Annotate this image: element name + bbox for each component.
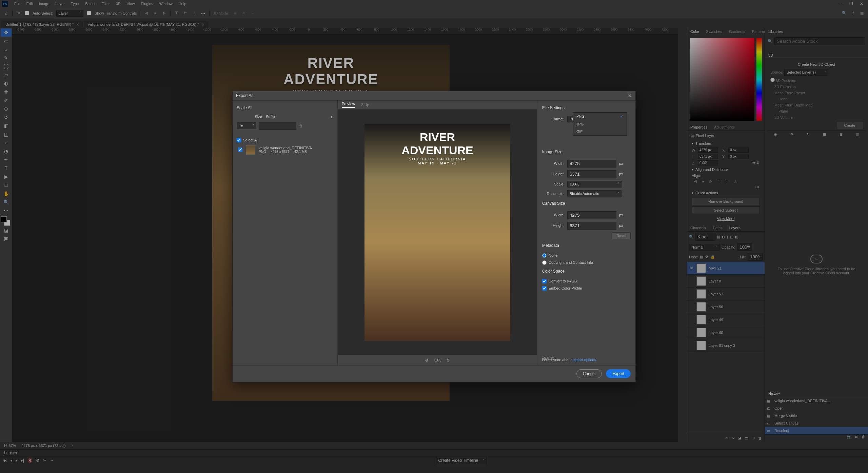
embed-profile-checkbox[interactable] [542,286,547,291]
tab-preview[interactable]: Preview [342,102,355,108]
zoom-in-icon[interactable]: ⊕ [447,358,450,362]
color-space-heading: Color Space [542,269,631,274]
scale-all-heading: Scale All [237,105,333,110]
scale-size-select[interactable]: 1x [237,122,256,129]
image-size-heading: Image Size [542,150,631,154]
scale-select[interactable]: 100% [567,181,622,188]
zoom-out-icon[interactable]: ⊖ [425,358,428,362]
zoom-level: 10% [434,358,441,362]
asset-thumbnail [246,145,255,155]
file-settings-heading: File Settings [542,105,631,110]
resample-select[interactable]: Bicubic Automatic [567,190,622,197]
image-width-input[interactable] [567,160,616,167]
export-as-dialog: Export As ✕ Scale All Size: Suffix: ＋ 1x… [232,91,636,382]
asset-name: valigia wonderland_DEFINITIVA [259,146,312,150]
format-option-jpg[interactable]: JPG [573,120,627,128]
image-height-input[interactable] [567,170,616,178]
size-label: Size: [237,115,263,119]
format-option-png[interactable]: PNG✓ [573,113,627,120]
export-options-link[interactable]: export options. [573,358,597,362]
suffix-label: Suffix: [266,115,276,119]
cancel-button[interactable]: Cancel [576,369,602,378]
reset-button[interactable]: Reset [612,232,631,239]
canvas-height-input[interactable] [567,222,616,230]
modal-overlay: Export As ✕ Scale All Size: Suffix: ＋ 1x… [0,0,868,473]
select-all-label: Select All [243,138,258,142]
metadata-none-radio[interactable] [542,253,547,258]
convert-srgb-checkbox[interactable] [542,279,547,283]
select-all-checkbox[interactable] [237,138,241,142]
asset-checkbox[interactable] [238,147,242,152]
metadata-heading: Metadata [542,243,631,248]
canvas-size-heading: Canvas Size [542,201,631,206]
format-option-gif[interactable]: GIF [573,128,627,135]
export-button[interactable]: Export [606,369,631,378]
version-label: v5.8.13 [542,356,554,360]
asset-row[interactable]: valigia wonderland_DEFINITIVA PNG4275 x … [237,142,333,157]
add-scale-icon[interactable]: ＋ [330,114,333,119]
dialog-close-icon[interactable]: ✕ [628,93,632,98]
tab-2up[interactable]: 2-Up [361,103,369,107]
format-label: Format: [542,117,565,121]
canvas-width-input[interactable] [567,211,616,219]
suffix-input[interactable] [259,122,296,130]
format-dropdown: PNG✓ JPG GIF [573,112,627,136]
delete-scale-icon[interactable]: 🗑 [299,124,303,128]
export-preview: RIVERADVENTURE SOUTHERN CALIFORNIA MAY 1… [338,110,537,355]
dialog-title: Export As [236,93,253,98]
metadata-copyright-radio[interactable] [542,260,547,265]
